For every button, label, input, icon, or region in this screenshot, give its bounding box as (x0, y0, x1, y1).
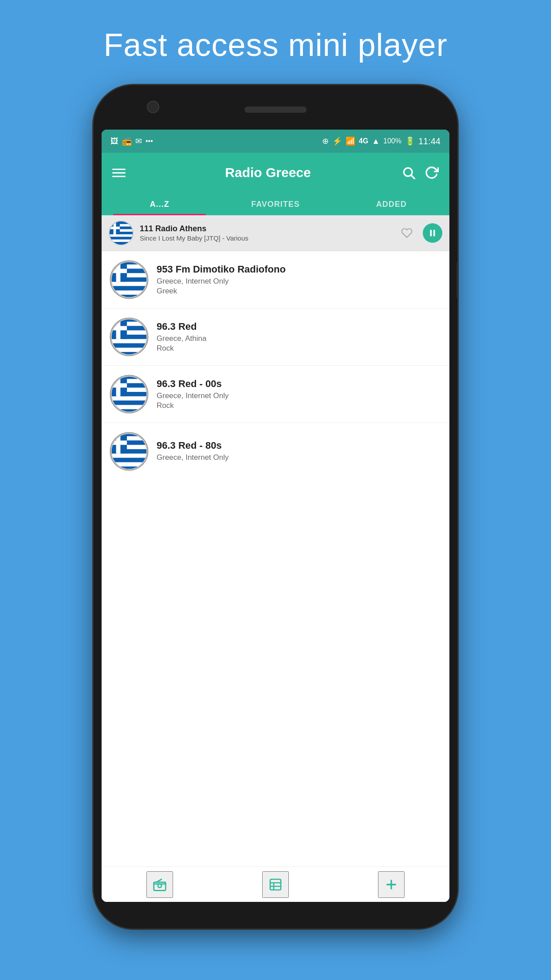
svg-rect-42 (110, 344, 149, 348)
station-flag-1 (110, 317, 149, 356)
svg-rect-14 (110, 227, 120, 229)
phone-screen: 🖼 📻 ✉ ••• ⊕ ⚡ 📶 4G ▲ 100% 🔋 11:44 (102, 130, 449, 902)
svg-rect-41 (110, 339, 149, 344)
station-name-0: 953 Fm Dimotiko Radiofono (157, 264, 441, 275)
station-name-2: 96.3 Red - 00s (157, 378, 441, 390)
station-name-1: 96.3 Red (157, 321, 441, 332)
svg-rect-83 (270, 879, 281, 890)
phone-bottom-bar (94, 902, 457, 929)
svg-rect-25 (110, 282, 149, 286)
refresh-button[interactable] (425, 166, 439, 180)
station-flag-3 (110, 432, 149, 471)
status-battery-label: 100% (383, 137, 401, 145)
app-title: Radio Greece (134, 165, 401, 180)
tab-added[interactable]: ADDED (334, 193, 449, 215)
svg-rect-73 (110, 454, 149, 458)
tab-az[interactable]: A...Z (102, 193, 217, 215)
svg-rect-11 (110, 242, 133, 245)
list-item[interactable]: 953 Fm Dimotiko Radiofono Greece, Intern… (102, 251, 449, 308)
station-location-3: Greece, Internet Only (157, 453, 441, 462)
station-location-1: Greece, Athina (157, 334, 441, 343)
station-genre-2: Rock (157, 401, 441, 410)
station-genre-0: Greek (157, 287, 441, 296)
svg-rect-15 (430, 230, 432, 237)
page-heading: Fast access mini player (103, 27, 447, 63)
station-location-0: Greece, Internet Only (157, 277, 441, 286)
svg-rect-26 (110, 286, 149, 291)
nav-list-button[interactable] (262, 871, 289, 898)
list-item[interactable]: 96.3 Red Greece, Athina Rock (102, 308, 449, 366)
now-playing-actions (397, 223, 442, 243)
phone-frame: 🖼 📻 ✉ ••• ⊕ ⚡ 📶 4G ▲ 100% 🔋 11:44 (94, 85, 457, 929)
phone-speaker (244, 107, 307, 113)
phone-shell: 🖼 📻 ✉ ••• ⊕ ⚡ 📶 4G ▲ 100% 🔋 11:44 (94, 85, 457, 929)
phone-side-button (457, 263, 457, 298)
favorite-button[interactable] (397, 223, 417, 243)
station-list: 953 Fm Dimotiko Radiofono Greece, Intern… (102, 251, 449, 866)
station-genre-1: Rock (157, 344, 441, 353)
menu-button[interactable] (112, 169, 126, 177)
now-playing-info: 111 Radio Athens Since I Lost My Baby [J… (140, 224, 391, 242)
svg-rect-8 (110, 234, 133, 237)
status-radio-icon: 📻 (122, 136, 132, 146)
pause-button[interactable] (423, 223, 442, 243)
station-name-3: 96.3 Red - 80s (157, 440, 441, 451)
phone-top-bar (94, 85, 457, 130)
search-button[interactable] (401, 166, 416, 180)
svg-rect-10 (110, 239, 133, 242)
station-flag-2 (110, 375, 149, 414)
svg-line-1 (411, 175, 414, 178)
status-left-icons: 🖼 📻 ✉ ••• (110, 136, 153, 146)
nav-radio-button[interactable] (146, 871, 173, 898)
status-signal-icon: ▲ (372, 137, 380, 146)
svg-rect-3 (110, 221, 133, 224)
toolbar-action-icons (401, 166, 439, 180)
station-info-1: 96.3 Red Greece, Athina Rock (157, 321, 441, 353)
station-info-0: 953 Fm Dimotiko Radiofono Greece, Intern… (157, 264, 441, 296)
list-item[interactable]: 96.3 Red - 00s Greece, Internet Only Roc… (102, 366, 449, 423)
status-mail-icon: ✉ (135, 136, 142, 146)
status-time: 11:44 (418, 136, 441, 146)
phone-camera (147, 101, 159, 113)
tab-favorites[interactable]: FAVORITES (217, 193, 333, 215)
tabs-bar: A...Z FAVORITES ADDED (102, 193, 449, 215)
status-right-icons: ⊕ ⚡ 📶 4G ▲ 100% 🔋 11:44 (322, 136, 441, 146)
svg-rect-58 (110, 401, 149, 405)
status-4g-label: 4G (359, 137, 368, 145)
svg-rect-16 (433, 230, 435, 237)
svg-rect-57 (110, 396, 149, 401)
now-playing-station-name: 111 Radio Athens (140, 224, 391, 233)
now-playing-song-title: Since I Lost My Baby [JTQ] - Various (140, 234, 391, 242)
now-playing-flag (109, 221, 134, 245)
status-wifi-icon: 📶 (346, 136, 355, 146)
status-more-icon: ••• (146, 137, 153, 145)
station-info-3: 96.3 Red - 80s Greece, Internet Only (157, 440, 441, 463)
app-toolbar: Radio Greece (102, 153, 449, 193)
now-playing-bar: 111 Radio Athens Since I Lost My Baby [J… (102, 215, 449, 251)
svg-rect-9 (110, 237, 133, 240)
list-item[interactable]: 96.3 Red - 80s Greece, Internet Only (102, 423, 449, 480)
bottom-nav (102, 866, 449, 902)
station-location-2: Greece, Internet Only (157, 391, 441, 400)
status-image-icon: 🖼 (110, 137, 118, 146)
station-info-2: 96.3 Red - 00s Greece, Internet Only Roc… (157, 378, 441, 410)
station-flag-0 (110, 260, 149, 299)
svg-rect-74 (110, 458, 149, 462)
status-bluetooth-icon: ⚡ (332, 136, 342, 146)
status-alarm-icon: ⊕ (322, 136, 329, 146)
status-bar: 🖼 📻 ✉ ••• ⊕ ⚡ 📶 4G ▲ 100% 🔋 11:44 (102, 130, 449, 153)
nav-add-button[interactable] (378, 871, 405, 898)
status-battery-icon: 🔋 (405, 136, 415, 146)
